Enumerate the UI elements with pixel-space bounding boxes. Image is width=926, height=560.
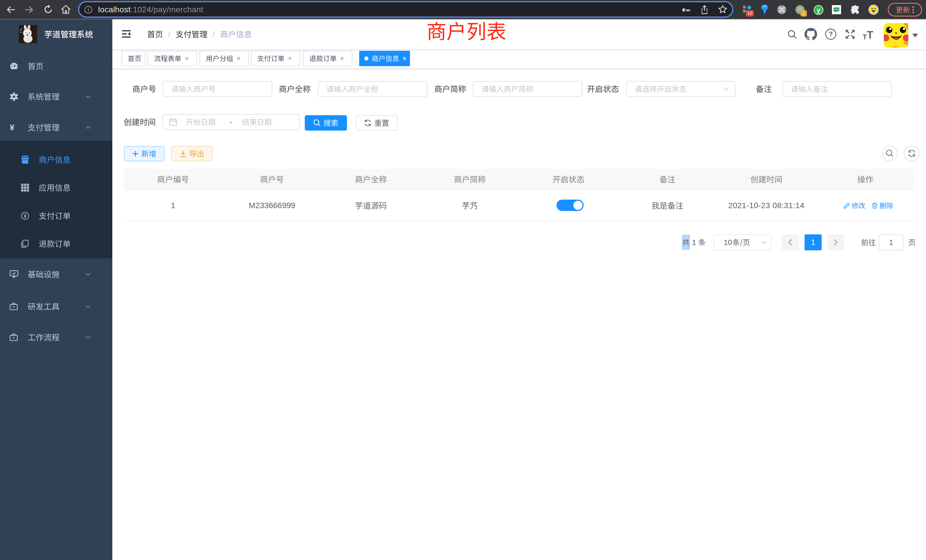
svg-text:?: ? — [829, 30, 833, 38]
svg-text:y: y — [817, 6, 820, 14]
